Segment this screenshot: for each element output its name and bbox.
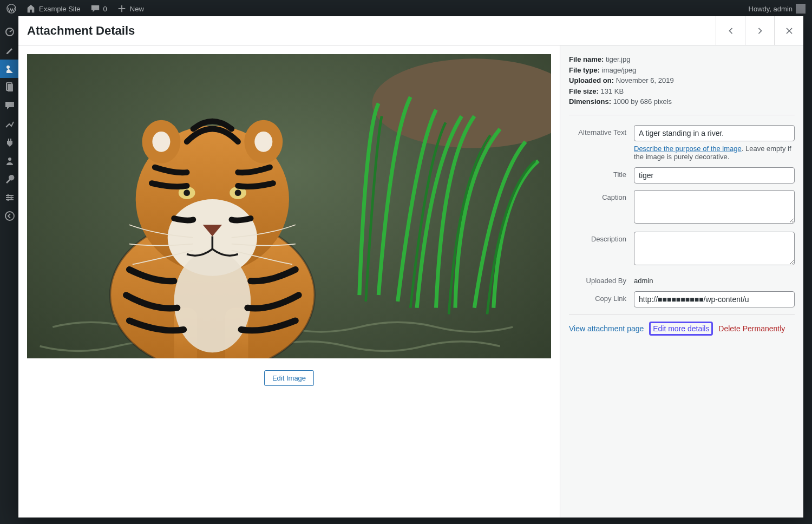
modal-title: Attachment Details <box>27 24 135 38</box>
svg-point-31 <box>235 189 241 196</box>
new-content-link[interactable]: New <box>117 4 144 14</box>
menu-dashboard[interactable] <box>0 23 19 41</box>
menu-collapse[interactable] <box>0 207 19 225</box>
site-name-link[interactable]: Example Site <box>26 4 81 14</box>
attachment-details-pane: File name: tiger.jpg File type: image/jp… <box>560 45 803 518</box>
uploaded-by-label: Uploaded By <box>569 273 634 285</box>
new-label: New <box>130 5 144 13</box>
alt-text-input[interactable] <box>634 125 795 141</box>
admin-menu <box>0 17 19 524</box>
caption-label: Caption <box>569 190 634 201</box>
prev-button[interactable] <box>716 16 745 45</box>
avatar <box>796 4 806 14</box>
svg-point-12 <box>5 212 14 220</box>
greeting: Howdy, admin <box>749 5 793 13</box>
comments-link[interactable]: 0 <box>90 4 107 14</box>
alt-text-label: Alternative Text <box>569 125 634 136</box>
menu-posts[interactable] <box>0 41 19 60</box>
attachment-details-modal: Attachment Details <box>18 16 803 518</box>
svg-point-5 <box>8 158 11 161</box>
meta-dimensions-value: 1000 by 686 pixels <box>613 97 672 106</box>
modal-header: Attachment Details <box>18 16 803 45</box>
svg-point-9 <box>7 194 9 196</box>
next-button[interactable] <box>745 16 774 45</box>
menu-settings[interactable] <box>0 188 19 207</box>
edit-image-button[interactable]: Edit Image <box>264 370 314 386</box>
alt-text-help: Describe the purpose of the image. Leave… <box>634 145 795 161</box>
meta-filetype-label: File type: <box>569 66 600 74</box>
comment-count: 0 <box>103 5 107 13</box>
close-button[interactable] <box>774 16 803 45</box>
attachment-image <box>27 54 551 358</box>
meta-filesize-label: File size: <box>569 87 599 95</box>
site-name: Example Site <box>39 5 81 13</box>
title-label: Title <box>569 167 634 179</box>
svg-point-11 <box>7 199 9 201</box>
menu-plugins[interactable] <box>0 133 19 152</box>
meta-uploadedon-value: November 6, 2019 <box>616 76 674 84</box>
svg-rect-4 <box>8 84 13 91</box>
menu-appearance[interactable] <box>0 115 19 133</box>
meta-filetype-value: image/jpeg <box>602 66 637 74</box>
menu-users[interactable] <box>0 152 19 170</box>
menu-media[interactable] <box>0 60 19 78</box>
description-input[interactable] <box>634 232 795 265</box>
menu-pages[interactable] <box>0 78 19 96</box>
meta-uploadedon-label: Uploaded on: <box>569 76 614 84</box>
meta-filename-label: File name: <box>569 55 604 63</box>
meta-filename-value: tiger.jpg <box>606 55 631 63</box>
svg-point-24 <box>152 132 170 152</box>
svg-point-10 <box>10 196 12 199</box>
svg-point-30 <box>184 189 190 196</box>
attachment-actions: View attachment page Edit more details D… <box>569 324 795 333</box>
attachment-meta: File name: tiger.jpg File type: image/jp… <box>569 54 795 107</box>
copy-link-input[interactable] <box>634 291 795 307</box>
uploaded-by-value: admin <box>634 273 795 285</box>
edit-more-details-link[interactable]: Edit more details <box>649 322 713 336</box>
delete-permanently-link[interactable]: Delete Permanently <box>718 324 785 333</box>
media-preview-pane: Edit Image <box>18 45 560 518</box>
svg-point-2 <box>6 66 10 69</box>
title-input[interactable] <box>634 167 795 184</box>
svg-point-27 <box>174 250 251 352</box>
caption-input[interactable] <box>634 190 795 224</box>
menu-comments[interactable] <box>0 96 19 115</box>
description-label: Description <box>569 232 634 243</box>
view-attachment-link[interactable]: View attachment page <box>569 324 644 333</box>
account-link[interactable]: Howdy, admin <box>749 4 806 14</box>
menu-tools[interactable] <box>0 170 19 188</box>
svg-point-25 <box>254 132 272 152</box>
alt-text-help-link[interactable]: Describe the purpose of the image <box>634 145 742 153</box>
wp-logo[interactable] <box>6 4 16 14</box>
admin-bar: Example Site 0 New Howdy, admin <box>0 0 812 17</box>
copy-link-label: Copy Link <box>569 291 634 303</box>
meta-filesize-value: 131 KB <box>601 87 624 95</box>
meta-dimensions-label: Dimensions: <box>569 97 611 106</box>
